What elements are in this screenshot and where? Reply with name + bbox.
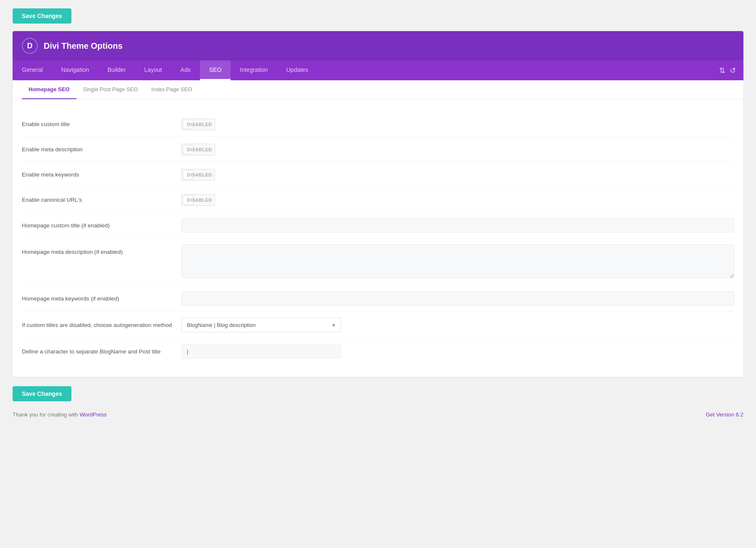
control-homepage-meta-description bbox=[181, 245, 734, 279]
field-enable-custom-title: Enable custom title DISABLED bbox=[22, 112, 734, 137]
top-save-button[interactable]: Save Changes bbox=[13, 8, 71, 24]
tab-general[interactable]: General bbox=[13, 61, 52, 80]
footer-thank-you: Thank you for creating with WordPress bbox=[13, 411, 107, 418]
label-autogeneration-method: If custom titles are disabled, choose au… bbox=[22, 322, 181, 328]
reset-icon[interactable]: ↺ bbox=[730, 66, 736, 75]
nav-tabs: General Navigation Builder Layout Ads SE… bbox=[13, 61, 711, 80]
subtab-single-post-seo[interactable]: Single Post Page SEO bbox=[76, 80, 145, 99]
control-enable-meta-keywords: DISABLED bbox=[181, 169, 734, 181]
tab-builder[interactable]: Builder bbox=[98, 61, 135, 80]
field-separator-character: Define a character to separate BlogName … bbox=[22, 339, 734, 364]
bottom-save-button[interactable]: Save Changes bbox=[13, 386, 71, 401]
control-enable-custom-title: DISABLED bbox=[181, 119, 734, 130]
label-homepage-meta-keywords: Homepage meta keywords (if enabled) bbox=[22, 295, 181, 302]
subtab-index-page-seo[interactable]: Index Page SEO bbox=[144, 80, 199, 99]
tab-navigation[interactable]: Navigation bbox=[52, 61, 98, 80]
tab-integration[interactable]: Integration bbox=[231, 61, 277, 80]
sub-tabs: Homepage SEO Single Post Page SEO Index … bbox=[13, 80, 743, 99]
input-separator-character[interactable] bbox=[181, 345, 341, 358]
label-separator-character: Define a character to separate BlogName … bbox=[22, 348, 181, 355]
toggle-status-meta-keywords: DISABLED bbox=[187, 172, 212, 177]
divi-logo: D bbox=[22, 38, 38, 54]
toggle-status-custom-title: DISABLED bbox=[187, 122, 212, 127]
input-homepage-custom-title[interactable] bbox=[181, 219, 734, 232]
control-homepage-custom-title bbox=[181, 219, 734, 232]
label-enable-meta-keywords: Enable meta keywords bbox=[22, 171, 181, 178]
toggle-canonical-urls[interactable]: DISABLED bbox=[181, 194, 215, 206]
field-homepage-custom-title: Homepage custom title (if enabled) bbox=[22, 213, 734, 239]
sort-icon[interactable]: ⇅ bbox=[719, 66, 725, 75]
field-enable-meta-keywords: Enable meta keywords DISABLED bbox=[22, 162, 734, 187]
label-enable-custom-title: Enable custom title bbox=[22, 121, 181, 127]
label-enable-canonical-urls: Enable canonical URL's bbox=[22, 197, 181, 203]
tab-ads[interactable]: Ads bbox=[171, 61, 200, 80]
control-enable-meta-description: DISABLED bbox=[181, 144, 734, 155]
field-enable-meta-description: Enable meta description DISABLED bbox=[22, 137, 734, 162]
toggle-meta-description[interactable]: DISABLED bbox=[181, 144, 215, 155]
main-nav: General Navigation Builder Layout Ads SE… bbox=[13, 61, 743, 80]
toggle-custom-title[interactable]: DISABLED bbox=[181, 119, 215, 130]
toggle-status-canonical-urls: DISABLED bbox=[187, 198, 212, 203]
field-homepage-meta-description: Homepage meta description (if enabled) bbox=[22, 239, 734, 286]
panel-title: Divi Theme Options bbox=[44, 41, 123, 51]
toggle-meta-keywords[interactable]: DISABLED bbox=[181, 169, 215, 181]
wordpress-link[interactable]: WordPress bbox=[80, 411, 107, 418]
field-enable-canonical-urls: Enable canonical URL's DISABLED bbox=[22, 187, 734, 213]
field-homepage-meta-keywords: Homepage meta keywords (if enabled) bbox=[22, 286, 734, 312]
toggle-status-meta-description: DISABLED bbox=[187, 147, 212, 152]
form-content: Enable custom title DISABLED Enable meta… bbox=[13, 99, 743, 377]
control-separator-character bbox=[181, 345, 734, 358]
theme-options-panel: D Divi Theme Options General Navigation … bbox=[13, 31, 743, 377]
subtab-homepage-seo[interactable]: Homepage SEO bbox=[22, 80, 76, 99]
label-homepage-meta-description: Homepage meta description (if enabled) bbox=[22, 245, 181, 255]
control-homepage-meta-keywords bbox=[181, 292, 734, 306]
tab-updates[interactable]: Updates bbox=[277, 61, 317, 80]
label-homepage-custom-title: Homepage custom title (if enabled) bbox=[22, 222, 181, 229]
textarea-homepage-meta-description[interactable] bbox=[181, 245, 734, 278]
select-autogeneration-method[interactable]: BlogName | Blog description Blog descrip… bbox=[181, 318, 341, 332]
label-enable-meta-description: Enable meta description bbox=[22, 146, 181, 153]
control-enable-canonical-urls: DISABLED bbox=[181, 194, 734, 206]
field-autogeneration-method: If custom titles are disabled, choose au… bbox=[22, 312, 734, 339]
control-autogeneration-method: BlogName | Blog description Blog descrip… bbox=[181, 318, 734, 332]
nav-actions: ⇅ ↺ bbox=[711, 66, 743, 75]
input-homepage-meta-keywords[interactable] bbox=[181, 292, 734, 306]
version-link[interactable]: Get Version 6.2 bbox=[706, 411, 743, 418]
tab-layout[interactable]: Layout bbox=[135, 61, 171, 80]
select-wrapper-autogeneration: BlogName | Blog description Blog descrip… bbox=[181, 318, 341, 332]
footer: Thank you for creating with WordPress Ge… bbox=[13, 411, 743, 418]
panel-header: D Divi Theme Options bbox=[13, 31, 743, 61]
tab-seo[interactable]: SEO bbox=[200, 61, 231, 80]
